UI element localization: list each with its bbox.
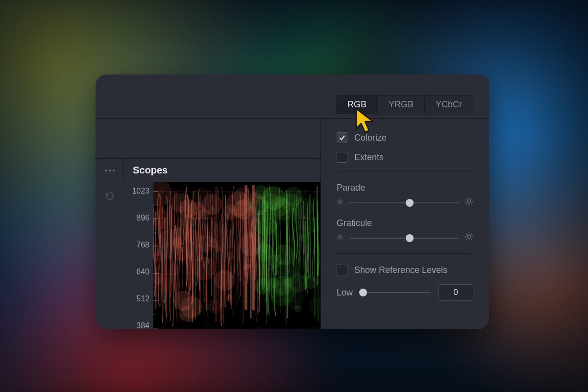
graticule-label: Graticule bbox=[337, 218, 473, 228]
svg-line-118 bbox=[466, 198, 467, 199]
brightness-low-icon bbox=[337, 198, 343, 207]
reset-icon[interactable] bbox=[105, 191, 115, 201]
scopes-header: Scopes bbox=[96, 159, 320, 182]
brightness-high-icon bbox=[465, 232, 473, 244]
brightness-high-icon bbox=[465, 197, 473, 208]
parade-label: Parade bbox=[337, 183, 473, 193]
low-value-input[interactable]: 0 bbox=[438, 284, 473, 301]
tab-rgb[interactable]: RGB bbox=[337, 96, 378, 114]
svg-line-111 bbox=[338, 203, 339, 204]
graticule-slider[interactable] bbox=[349, 238, 459, 239]
axis-tick-label: 640 bbox=[136, 268, 149, 276]
svg-point-48 bbox=[208, 300, 221, 314]
scopes-title: Scopes bbox=[124, 165, 168, 176]
show-reference-levels-label: Show Reference Levels bbox=[354, 265, 447, 275]
divider bbox=[337, 172, 473, 172]
svg-point-58 bbox=[226, 192, 251, 217]
svg-line-139 bbox=[471, 234, 472, 235]
svg-line-129 bbox=[338, 239, 339, 239]
svg-line-137 bbox=[471, 239, 472, 240]
svg-line-119 bbox=[471, 203, 472, 204]
scopes-panel: RGB YRGB YCbCr Scopes 1023 bbox=[96, 74, 489, 329]
waveform-parade[interactable] bbox=[153, 182, 320, 329]
svg-line-128 bbox=[342, 239, 342, 239]
axis-tick-label: 768 bbox=[136, 241, 149, 249]
low-slider[interactable] bbox=[360, 292, 431, 293]
more-options-button[interactable] bbox=[96, 159, 124, 182]
brightness-low-icon bbox=[337, 234, 343, 243]
svg-point-122 bbox=[339, 236, 341, 238]
parade-mode-tabs: RGB YRGB YCbCr bbox=[336, 95, 473, 114]
svg-rect-102 bbox=[245, 185, 247, 310]
svg-point-131 bbox=[467, 235, 471, 239]
axis-tick-label: 1023 bbox=[132, 187, 149, 196]
check-icon bbox=[339, 134, 345, 141]
axis-tick-label: 512 bbox=[136, 294, 149, 303]
show-reference-levels-checkbox[interactable] bbox=[337, 265, 347, 275]
svg-line-138 bbox=[466, 239, 467, 240]
svg-line-110 bbox=[342, 203, 342, 204]
divider bbox=[337, 253, 473, 254]
colorize-label: Colorize bbox=[354, 133, 387, 143]
axis-tick-label: 896 bbox=[136, 214, 149, 222]
parade-slider[interactable] bbox=[349, 202, 459, 203]
axis-tick-label: 384 bbox=[136, 321, 149, 329]
slider-thumb[interactable] bbox=[406, 234, 414, 242]
svg-line-127 bbox=[338, 235, 339, 235]
svg-line-136 bbox=[466, 234, 467, 235]
svg-point-86 bbox=[287, 237, 294, 243]
colorize-checkbox[interactable] bbox=[337, 132, 347, 143]
scopes-options-pane: Colorize Extents Parade Graticule bbox=[321, 119, 489, 329]
svg-line-121 bbox=[471, 198, 472, 199]
panel-header: RGB YRGB YCbCr bbox=[96, 74, 489, 119]
scopes-left-pane: Scopes 1023896768640512384 bbox=[96, 119, 321, 329]
extents-checkbox[interactable] bbox=[337, 152, 347, 163]
extents-label: Extents bbox=[354, 152, 384, 163]
slider-thumb[interactable] bbox=[359, 289, 367, 296]
svg-line-120 bbox=[466, 203, 467, 204]
svg-rect-103 bbox=[252, 185, 255, 310]
svg-line-112 bbox=[342, 199, 342, 200]
svg-line-109 bbox=[338, 199, 339, 200]
tab-ycbcr[interactable]: YCbCr bbox=[425, 96, 473, 114]
svg-point-104 bbox=[339, 200, 341, 202]
slider-thumb[interactable] bbox=[406, 199, 414, 207]
svg-line-130 bbox=[342, 235, 342, 235]
tab-yrgb[interactable]: YRGB bbox=[378, 96, 425, 114]
svg-point-113 bbox=[467, 200, 471, 203]
low-label: Low bbox=[337, 288, 353, 298]
waveform-axis: 1023896768640512384 bbox=[124, 182, 153, 329]
